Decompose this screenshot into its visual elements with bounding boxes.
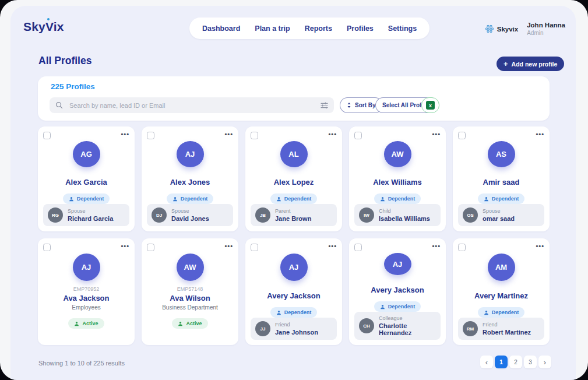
related-relation: Child xyxy=(379,208,430,214)
search-filter-panel: 225 Profiles Sort By xyxy=(38,76,550,121)
related-avatar: JJ xyxy=(255,321,270,336)
select-profile-checkbox[interactable] xyxy=(147,244,154,251)
related-relation: Spouse xyxy=(483,208,515,214)
profile-name: Amir saad xyxy=(483,178,520,187)
search-input[interactable] xyxy=(68,101,315,110)
person-icon xyxy=(484,196,489,202)
select-profile-checkbox[interactable] xyxy=(458,244,466,251)
search-icon xyxy=(55,101,63,109)
select-profile-checkbox[interactable] xyxy=(147,132,154,139)
card-menu-button[interactable]: ••• xyxy=(432,132,441,136)
person-icon xyxy=(380,304,385,309)
profiles-count: 225 Profiles xyxy=(51,82,95,91)
person-icon xyxy=(178,321,183,326)
badge-label: Dependent xyxy=(388,304,416,309)
profile-card: ••• AW Alex Williams Dependent IW Child … xyxy=(349,126,446,231)
profile-card: ••• AJ EMP70952 Ava Jackson Employees Ac… xyxy=(38,238,135,345)
org-cluster-icon xyxy=(485,24,494,33)
select-profile-checkbox[interactable] xyxy=(251,132,258,139)
person-icon xyxy=(276,310,281,315)
person-icon xyxy=(380,196,385,202)
related-avatar: CH xyxy=(359,318,374,333)
card-menu-button[interactable]: ••• xyxy=(536,132,544,136)
related-avatar: RG xyxy=(48,207,63,223)
related-person: JJ Friend Jane Johnson xyxy=(251,318,337,340)
related-avatar: RM xyxy=(463,321,478,336)
next-page-button[interactable]: › xyxy=(538,356,551,368)
user-info[interactable]: John Hanna Admin xyxy=(527,22,565,36)
org-name: Skyvix xyxy=(497,26,518,33)
profile-card: ••• AJ Avery Jackson Dependent CH Collea… xyxy=(349,238,446,345)
avatar: AM xyxy=(488,254,515,281)
page-button-3[interactable]: 3 xyxy=(524,356,537,368)
profile-name: Avery Martinez xyxy=(474,291,528,300)
profile-card: ••• AJ Avery Jackson Dependent JJ Friend… xyxy=(245,238,342,345)
profile-card: ••• AL Alex Lopez Dependent JB Parent Ja… xyxy=(245,126,342,231)
search-bar[interactable] xyxy=(50,97,334,113)
excel-icon: x xyxy=(426,101,435,110)
select-profile-checkbox[interactable] xyxy=(354,244,362,251)
add-new-profile-button[interactable]: + Add new profile xyxy=(497,57,564,71)
related-person: DJ Spouse David Jones xyxy=(147,204,233,226)
card-menu-button[interactable]: ••• xyxy=(432,244,441,248)
badge-label: Dependent xyxy=(388,196,416,202)
profile-name: Avery Jackson xyxy=(371,286,424,294)
related-name: omar saad xyxy=(483,215,515,222)
status-badge: Dependent xyxy=(63,193,110,204)
page-button-1[interactable]: 1 xyxy=(495,356,508,368)
status-badge: Dependent xyxy=(478,307,525,318)
avatar: AG xyxy=(73,141,100,167)
plus-icon: + xyxy=(504,60,508,68)
card-menu-button[interactable]: ••• xyxy=(121,244,129,248)
badge-label: Active xyxy=(186,321,202,326)
related-name: Jane Johnson xyxy=(275,329,318,336)
select-profile-checkbox[interactable] xyxy=(251,244,258,251)
filter-sliders-icon[interactable] xyxy=(321,102,328,109)
related-relation: Parent xyxy=(275,208,311,214)
related-relation: Spouse xyxy=(171,208,209,214)
related-relation: Spouse xyxy=(68,208,113,214)
related-avatar: DJ xyxy=(152,207,167,223)
profile-name: Ava Jackson xyxy=(63,294,109,302)
profile-name: Alex Jones xyxy=(170,178,210,187)
avatar: AS xyxy=(488,141,515,167)
status-badge: Dependent xyxy=(478,193,525,204)
related-name: Robert Martinez xyxy=(483,329,531,336)
prev-page-button[interactable]: ‹ xyxy=(480,356,493,368)
profile-card: ••• AS Amir saad Dependent OS Spouse oma… xyxy=(453,126,550,231)
card-menu-button[interactable]: ••• xyxy=(224,132,233,136)
avatar: AJ xyxy=(73,254,100,281)
card-menu-button[interactable]: ••• xyxy=(536,244,544,248)
export-excel-button[interactable]: x xyxy=(421,97,439,113)
card-menu-button[interactable]: ••• xyxy=(224,244,233,248)
related-name: Isabella Williams xyxy=(379,215,430,222)
select-profile-checkbox[interactable] xyxy=(354,132,362,139)
nav-item-profiles[interactable]: Profiles xyxy=(347,24,374,33)
employee-id: EMP70952 xyxy=(73,286,100,292)
select-profile-checkbox[interactable] xyxy=(43,244,51,251)
badge-label: Dependent xyxy=(284,309,312,315)
related-person: RG Spouse Richard Garcia xyxy=(43,204,129,226)
select-profile-checkbox[interactable] xyxy=(43,132,51,139)
status-badge: Active xyxy=(68,318,104,329)
nav-item-reports[interactable]: Reports xyxy=(305,24,332,33)
nav-item-plan-a-trip[interactable]: Plan a trip xyxy=(255,24,290,33)
person-icon xyxy=(74,321,79,326)
user-name: John Hanna xyxy=(527,22,565,29)
page-button-2[interactable]: 2 xyxy=(509,356,522,368)
card-menu-button[interactable]: ••• xyxy=(328,244,337,248)
card-menu-button[interactable]: ••• xyxy=(328,132,337,136)
avatar: AJ xyxy=(384,253,411,275)
profile-card: ••• AG Alex Garcia Dependent RG Spouse R… xyxy=(38,126,135,231)
nav-item-dashboard[interactable]: Dashboard xyxy=(202,24,240,33)
nav-item-settings[interactable]: Settings xyxy=(388,24,417,33)
card-menu-button[interactable]: ••• xyxy=(121,132,129,136)
status-badge: Active xyxy=(172,318,207,329)
select-profile-checkbox[interactable] xyxy=(458,132,466,139)
status-badge: Dependent xyxy=(167,193,214,204)
badge-label: Dependent xyxy=(284,196,312,202)
profile-name: Alex Williams xyxy=(373,178,422,187)
page-title: All Profiles xyxy=(38,55,91,67)
org-switcher[interactable]: Skyvix xyxy=(485,24,518,33)
related-avatar: OS xyxy=(463,207,478,223)
